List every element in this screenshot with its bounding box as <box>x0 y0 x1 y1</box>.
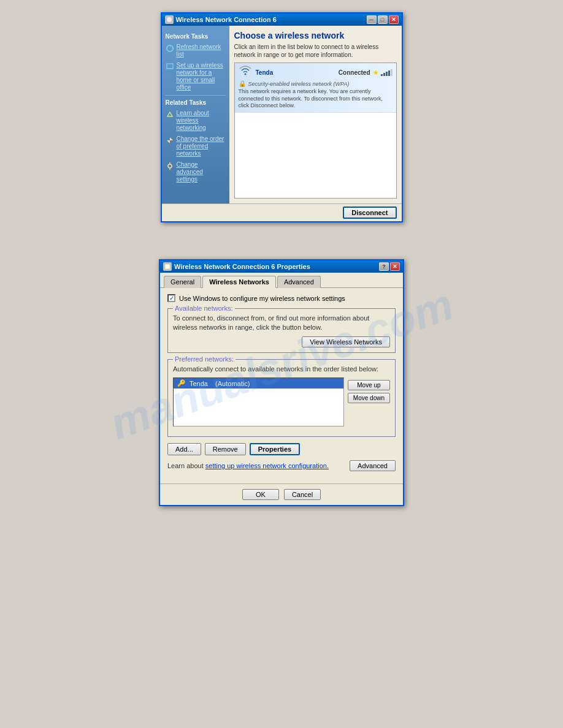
learn-label: Learn about wireless networking <box>177 110 226 132</box>
preferred-layout: 🔑 Tenda (Automatic) Move up Move down <box>173 377 390 431</box>
change-settings-label: Change advanced settings <box>177 161 226 183</box>
view-wireless-btn-row: View Wireless Networks <box>173 336 390 347</box>
dialog1-title-text: Wireless Network Connection 6 <box>176 16 277 23</box>
preferred-item-name: Tenda <box>190 380 208 387</box>
preferred-item-tenda[interactable]: 🔑 Tenda (Automatic) <box>174 378 343 389</box>
learn-advanced-row: Learn about setting up wireless network … <box>167 460 396 471</box>
properties-btn[interactable]: Properties <box>250 443 300 455</box>
svg-marker-4 <box>170 137 173 140</box>
wireless-connection-dialog: Wireless Network Connection 6 ─ □ ✕ Netw… <box>161 12 403 222</box>
tab-wireless-networks[interactable]: Wireless Networks <box>202 276 276 288</box>
svg-point-0 <box>167 17 172 22</box>
use-windows-checkbox-row[interactable]: ✓ Use Windows to configure my wireless n… <box>167 294 396 302</box>
order-label: Change the order of preferred networks <box>177 135 226 157</box>
preferred-item-icon: 🔑 <box>177 379 186 387</box>
dialog2-content: ✓ Use Windows to configure my wireless n… <box>160 288 403 483</box>
network-stars: ★ <box>373 69 378 76</box>
network-item-tenda[interactable]: Tenda Connected ★ <box>235 63 396 113</box>
learn-link[interactable]: setting up wireless network configuratio… <box>205 462 329 469</box>
preferred-networks-section: Preferred networks: Automatically connec… <box>167 359 396 437</box>
lock-icon: 🔒 <box>239 80 246 87</box>
ok-btn[interactable]: OK <box>242 489 279 500</box>
svg-rect-9 <box>165 264 170 269</box>
add-btn[interactable]: Add... <box>167 443 201 455</box>
cancel-btn[interactable]: Cancel <box>284 489 321 500</box>
preferred-networks-title: Preferred networks: <box>173 355 236 363</box>
dialog1-footer: Disconnect <box>162 203 402 221</box>
network-list[interactable]: Tenda Connected ★ <box>234 63 397 199</box>
dialog2-title-left: Wireless Network Connection 6 Properties <box>163 262 310 271</box>
preferred-item-detail: (Automatic) <box>212 380 250 387</box>
dialog1-maximize-btn[interactable]: □ <box>378 15 388 24</box>
dialog2-help-btn[interactable]: ? <box>379 262 389 271</box>
tabs-bar: General Wireless Networks Advanced <box>160 273 403 288</box>
available-networks-title: Available networks: <box>173 305 235 312</box>
dialog1-titlebar: Wireless Network Connection 6 ─ □ ✕ <box>162 13 402 26</box>
learn-text: Learn about <box>167 462 204 469</box>
network-item-header: Tenda Connected ★ <box>239 66 393 79</box>
wifi-signal-icon <box>239 66 252 79</box>
dialog2-footer: OK Cancel <box>160 483 403 505</box>
preferred-controls: Move up Move down <box>348 377 390 403</box>
learn-icon <box>166 110 174 119</box>
dialog1-title-left: Wireless Network Connection 6 <box>165 15 277 24</box>
properties-dialog: Wireless Network Connection 6 Properties… <box>159 259 404 506</box>
preferred-networks-desc: Automatically connect to available netwo… <box>173 365 390 374</box>
sidebar-item-order[interactable]: Change the order of preferred networks <box>166 135 226 157</box>
sidebar-divider <box>166 95 226 96</box>
dialog1-minimize-btn[interactable]: ─ <box>367 15 377 24</box>
dialog1-main: Choose a wireless network Click an item … <box>229 26 402 203</box>
view-wireless-networks-btn[interactable]: View Wireless Networks <box>302 336 390 347</box>
signal-bars <box>381 69 393 76</box>
setup-icon <box>166 63 174 71</box>
dialog1-controls: ─ □ ✕ <box>367 15 399 24</box>
dialog2-controls: ? ✕ <box>379 262 400 271</box>
advanced-btn[interactable]: Advanced <box>350 460 396 471</box>
settings-icon <box>166 162 174 170</box>
network-tasks-title: Network Tasks <box>166 33 226 40</box>
refresh-label: Refresh network list <box>177 44 226 58</box>
svg-rect-2 <box>167 64 173 69</box>
svg-point-6 <box>168 164 172 168</box>
dialog1-main-title: Choose a wireless network <box>234 31 397 40</box>
check-mark: ✓ <box>169 295 174 301</box>
dialog1-icon <box>165 15 174 24</box>
dialog2-close-btn[interactable]: ✕ <box>390 262 400 271</box>
learn-text-container: Learn about setting up wireless network … <box>167 462 329 469</box>
dialog1-body: Network Tasks Refresh network list Set u… <box>162 26 402 203</box>
available-networks-desc: To connect to, disconnect from, or find … <box>173 314 390 333</box>
remove-btn[interactable]: Remove <box>205 443 246 455</box>
sidebar-item-settings[interactable]: Change advanced settings <box>166 161 226 183</box>
order-icon <box>166 136 174 145</box>
preferred-list-wrapper: 🔑 Tenda (Automatic) <box>173 377 344 431</box>
sidebar-item-refresh[interactable]: Refresh network list <box>166 44 226 58</box>
use-windows-checkbox[interactable]: ✓ <box>167 294 175 302</box>
move-up-btn[interactable]: Move up <box>348 380 390 390</box>
tab-advanced[interactable]: Advanced <box>277 276 321 288</box>
dialog1-sidebar: Network Tasks Refresh network list Set u… <box>162 26 229 203</box>
dialog1-close-btn[interactable]: ✕ <box>389 15 399 24</box>
network-name: Tenda <box>256 69 274 76</box>
dialog2-icon <box>163 262 172 271</box>
dialog2-titlebar: Wireless Network Connection 6 Properties… <box>160 260 403 273</box>
sidebar-item-setup[interactable]: Set up a wireless network for a home or … <box>166 62 226 91</box>
move-down-btn[interactable]: Move down <box>348 393 390 403</box>
available-networks-section: Available networks: To connect to, disco… <box>167 308 396 353</box>
tab-general[interactable]: General <box>164 276 201 288</box>
sidebar-item-learn[interactable]: Learn about wireless networking <box>166 110 226 132</box>
network-info: This network requires a network key. You… <box>239 88 393 110</box>
setup-label: Set up a wireless network for a home or … <box>177 62 226 91</box>
bottom-buttons: Add... Remove Properties <box>167 443 396 455</box>
dialog1-main-desc: Click an item in the list below to conne… <box>234 43 397 59</box>
dialog2-title-text: Wireless Network Connection 6 Properties <box>174 263 310 270</box>
security-text: Security-enabled wireless network (WPA) <box>248 81 350 87</box>
checkbox-label: Use Windows to configure my wireless net… <box>179 295 345 302</box>
disconnect-btn[interactable]: Disconnect <box>343 207 396 219</box>
network-status: Connected <box>339 69 370 76</box>
related-tasks-title: Related Tasks <box>166 99 226 106</box>
preferred-list[interactable]: 🔑 Tenda (Automatic) <box>173 377 344 427</box>
svg-marker-5 <box>167 140 170 143</box>
refresh-icon <box>166 44 174 53</box>
